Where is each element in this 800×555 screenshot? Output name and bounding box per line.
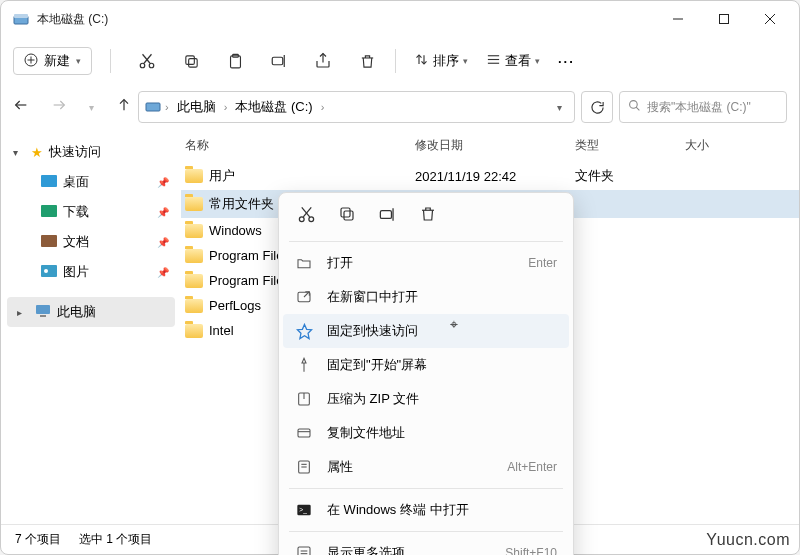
sort-label: 排序 bbox=[433, 52, 459, 70]
new-label: 新建 bbox=[44, 52, 70, 70]
sidebar-label: 快速访问 bbox=[49, 143, 101, 161]
ctx-compress-zip[interactable]: 压缩为 ZIP 文件 bbox=[279, 382, 573, 416]
file-name: 常用文件夹 bbox=[209, 195, 274, 213]
sidebar-item-pictures[interactable]: 图片 📌 bbox=[1, 257, 181, 287]
pin-icon: 📌 bbox=[157, 237, 169, 248]
refresh-button[interactable] bbox=[581, 91, 613, 123]
sidebar-item-documents[interactable]: 文档 📌 bbox=[1, 227, 181, 257]
col-date[interactable]: 修改日期 bbox=[415, 137, 575, 154]
ctx-shortcut: Enter bbox=[528, 256, 557, 270]
sidebar-label: 桌面 bbox=[63, 173, 89, 191]
ctx-label: 打开 bbox=[327, 254, 514, 272]
cut-icon[interactable] bbox=[137, 51, 157, 71]
copy-icon[interactable] bbox=[338, 205, 356, 227]
file-name: Intel bbox=[209, 323, 234, 338]
folder-icon bbox=[41, 265, 57, 280]
terminal-icon: >_ bbox=[295, 502, 313, 518]
ctx-label: 固定到"开始"屏幕 bbox=[327, 356, 557, 374]
folder-icon bbox=[185, 249, 203, 263]
sidebar-item-desktop[interactable]: 桌面 📌 bbox=[1, 167, 181, 197]
ctx-label: 复制文件地址 bbox=[327, 424, 557, 442]
open-icon bbox=[295, 255, 313, 271]
cut-icon[interactable] bbox=[297, 205, 316, 227]
ctx-show-more[interactable]: 显示更多选项Shift+F10 bbox=[279, 536, 573, 555]
view-icon bbox=[486, 52, 501, 70]
cursor-icon: ⌖ bbox=[450, 316, 458, 333]
svg-rect-31 bbox=[41, 175, 57, 187]
svg-rect-36 bbox=[36, 305, 50, 314]
maximize-button[interactable] bbox=[701, 3, 747, 35]
pin-icon: 📌 bbox=[157, 207, 169, 218]
svg-point-29 bbox=[630, 101, 638, 109]
new-button[interactable]: 新建 ▾ bbox=[13, 47, 92, 75]
search-placeholder: 搜索"本地磁盘 (C:)" bbox=[647, 99, 751, 116]
breadcrumb-item[interactable]: 此电脑 bbox=[173, 96, 220, 118]
rename-icon[interactable] bbox=[269, 51, 289, 71]
breadcrumb-item[interactable]: 本地磁盘 (C:) bbox=[231, 96, 316, 118]
ctx-properties[interactable]: 属性Alt+Enter bbox=[279, 450, 573, 484]
chevron-down-icon: ▾ bbox=[535, 56, 540, 66]
svg-point-38 bbox=[299, 217, 304, 222]
pin-icon: 📌 bbox=[157, 267, 169, 278]
minimize-button[interactable] bbox=[655, 3, 701, 35]
file-row[interactable]: 用户2021/11/19 22:42文件夹 bbox=[181, 162, 799, 190]
svg-rect-42 bbox=[344, 211, 353, 220]
ctx-open-new-window[interactable]: 在新窗口中打开 bbox=[279, 280, 573, 314]
separator bbox=[289, 531, 563, 532]
col-type[interactable]: 类型 bbox=[575, 137, 685, 154]
paste-icon[interactable] bbox=[225, 51, 245, 71]
folder-icon bbox=[185, 197, 203, 211]
svg-point-35 bbox=[44, 269, 48, 273]
view-button[interactable]: 查看 ▾ bbox=[486, 52, 540, 70]
ctx-pin-quick-access[interactable]: 固定到快速访问 bbox=[283, 314, 569, 348]
folder-icon bbox=[41, 205, 57, 220]
ctx-pin-start[interactable]: 固定到"开始"屏幕 bbox=[279, 348, 573, 382]
breadcrumb[interactable]: › 此电脑 › 本地磁盘 (C:) › ▾ bbox=[138, 91, 575, 123]
forward-button[interactable] bbox=[51, 97, 67, 117]
svg-rect-34 bbox=[41, 265, 57, 277]
context-menu: 打开Enter 在新窗口中打开 固定到快速访问 固定到"开始"屏幕 压缩为 ZI… bbox=[278, 192, 574, 555]
sidebar-item-downloads[interactable]: 下载 📌 bbox=[1, 197, 181, 227]
pin-icon bbox=[295, 357, 313, 373]
chevron-right-icon: › bbox=[321, 101, 325, 113]
back-button[interactable] bbox=[13, 97, 29, 117]
up-button[interactable] bbox=[116, 97, 132, 117]
delete-icon[interactable] bbox=[419, 205, 437, 227]
svg-rect-32 bbox=[41, 205, 57, 217]
svg-marker-48 bbox=[297, 324, 311, 338]
separator bbox=[110, 49, 111, 73]
svg-line-12 bbox=[143, 54, 151, 63]
view-label: 查看 bbox=[505, 52, 531, 70]
delete-icon[interactable] bbox=[357, 51, 377, 71]
rename-icon[interactable] bbox=[378, 205, 397, 227]
file-type: 文件夹 bbox=[575, 167, 685, 185]
copy-icon[interactable] bbox=[181, 51, 201, 71]
svg-line-41 bbox=[302, 207, 310, 217]
svg-point-10 bbox=[149, 63, 154, 68]
watermark: Yuucn.com bbox=[706, 531, 790, 549]
share-icon[interactable] bbox=[313, 51, 333, 71]
svg-rect-33 bbox=[41, 235, 57, 247]
sidebar-this-pc[interactable]: ▸ 此电脑 bbox=[7, 297, 175, 327]
col-name[interactable]: 名称 bbox=[185, 137, 415, 154]
ctx-label: 压缩为 ZIP 文件 bbox=[327, 390, 557, 408]
close-button[interactable] bbox=[747, 3, 793, 35]
ctx-open-terminal[interactable]: >_在 Windows 终端 中打开 bbox=[279, 493, 573, 527]
sort-button[interactable]: 排序 ▾ bbox=[414, 52, 468, 70]
zip-icon bbox=[295, 391, 313, 407]
ctx-open[interactable]: 打开Enter bbox=[279, 246, 573, 280]
svg-text:>_: >_ bbox=[299, 506, 307, 514]
chevron-down-icon[interactable]: ▾ bbox=[551, 102, 568, 113]
recent-dropdown[interactable]: ▾ bbox=[89, 102, 94, 113]
sidebar-quick-access[interactable]: ▾ ★ 快速访问 bbox=[1, 137, 181, 167]
path-icon bbox=[295, 425, 313, 441]
search-input[interactable]: 搜索"本地磁盘 (C:)" bbox=[619, 91, 787, 123]
ctx-copy-path[interactable]: 复制文件地址 bbox=[279, 416, 573, 450]
more-button[interactable]: ··· bbox=[558, 54, 575, 69]
chevron-down-icon: ▾ bbox=[463, 56, 468, 66]
file-name: Windows bbox=[209, 223, 262, 238]
folder-icon bbox=[185, 274, 203, 288]
folder-icon bbox=[41, 235, 57, 250]
ctx-label: 显示更多选项 bbox=[327, 544, 491, 555]
col-size[interactable]: 大小 bbox=[685, 137, 765, 154]
